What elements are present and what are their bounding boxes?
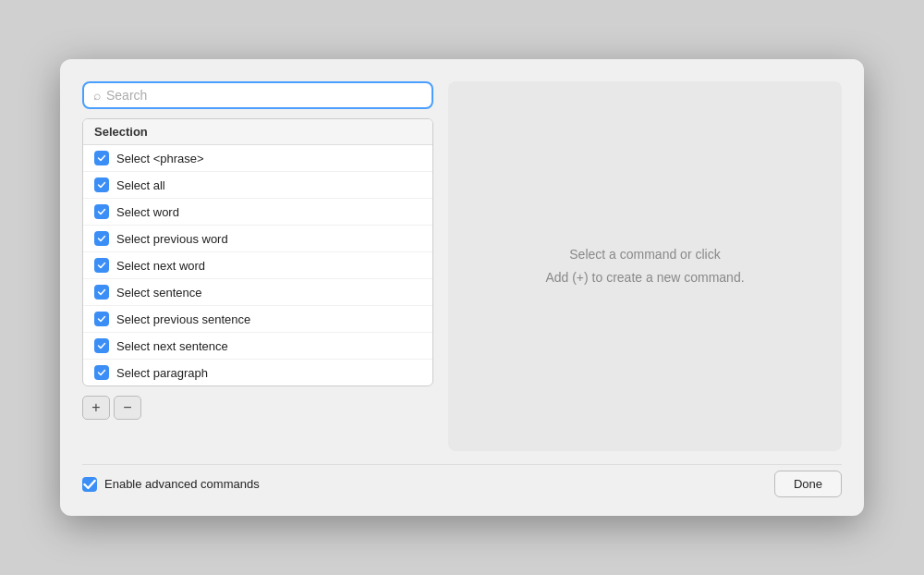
footer-left: Enable advanced commands xyxy=(82,477,260,492)
list-item-label-select-sentence: Select sentence xyxy=(116,286,202,300)
list-item-select-paragraph[interactable]: Select paragraph xyxy=(83,360,432,385)
main-dialog: ⌕ Selection Select <phrase>Select allSel… xyxy=(60,59,864,516)
checkbox-select-word[interactable] xyxy=(94,204,109,219)
search-icon: ⌕ xyxy=(93,88,101,103)
list-item-label-select-word: Select word xyxy=(116,205,179,219)
right-panel-line1: Select a command or click xyxy=(545,243,744,266)
dialog-top: ⌕ Selection Select <phrase>Select allSel… xyxy=(82,81,842,451)
list-item-label-select-phrase: Select <phrase> xyxy=(116,152,204,165)
checkbox-select-all[interactable] xyxy=(94,177,109,192)
list-group-header: Selection xyxy=(83,119,432,145)
list-item-select-previous-sentence[interactable]: Select previous sentence xyxy=(83,306,432,333)
left-panel: ⌕ Selection Select <phrase>Select allSel… xyxy=(82,81,433,420)
right-panel-line2: Add (+) to create a new command. xyxy=(545,266,744,289)
checkbox-select-previous-sentence[interactable] xyxy=(94,312,109,326)
checkbox-select-next-sentence[interactable] xyxy=(94,338,109,353)
search-box: ⌕ xyxy=(82,81,433,109)
list-item-select-phrase[interactable]: Select <phrase> xyxy=(83,145,432,172)
checkbox-select-sentence[interactable] xyxy=(94,285,109,300)
checkbox-select-previous-word[interactable] xyxy=(94,231,109,246)
list-items-container: Select <phrase>Select allSelect wordSele… xyxy=(83,145,432,385)
list-item-label-select-previous-sentence: Select previous sentence xyxy=(116,312,250,326)
command-list: Selection Select <phrase>Select allSelec… xyxy=(82,118,433,386)
list-item-select-next-word[interactable]: Select next word xyxy=(83,252,432,279)
checkbox-select-paragraph[interactable] xyxy=(94,365,109,380)
list-item-label-select-previous-word: Select previous word xyxy=(116,232,228,246)
list-item-select-word[interactable]: Select word xyxy=(83,199,432,226)
right-panel-text: Select a command or click Add (+) to cre… xyxy=(545,243,744,289)
remove-command-button[interactable]: − xyxy=(114,396,141,420)
list-item-label-select-all: Select all xyxy=(116,178,165,192)
list-item-select-next-sentence[interactable]: Select next sentence xyxy=(83,333,432,360)
list-item-label-select-next-sentence: Select next sentence xyxy=(116,339,228,353)
enable-advanced-label: Enable advanced commands xyxy=(104,477,260,491)
list-item-select-sentence[interactable]: Select sentence xyxy=(83,279,432,306)
list-item-label-select-paragraph: Select paragraph xyxy=(116,366,208,380)
bottom-buttons: + − xyxy=(82,396,433,420)
dialog-footer: Enable advanced commands Done xyxy=(82,464,842,497)
checkbox-select-next-word[interactable] xyxy=(94,258,109,273)
right-panel: Select a command or click Add (+) to cre… xyxy=(448,81,842,451)
checkbox-select-phrase[interactable] xyxy=(94,151,109,165)
enable-advanced-checkbox[interactable] xyxy=(82,477,97,492)
add-command-button[interactable]: + xyxy=(82,396,110,420)
list-item-select-all[interactable]: Select all xyxy=(83,172,432,199)
list-item-label-select-next-word: Select next word xyxy=(116,259,205,273)
list-item-select-previous-word[interactable]: Select previous word xyxy=(83,226,432,252)
done-button[interactable]: Done xyxy=(774,471,842,497)
search-input[interactable] xyxy=(106,88,422,103)
